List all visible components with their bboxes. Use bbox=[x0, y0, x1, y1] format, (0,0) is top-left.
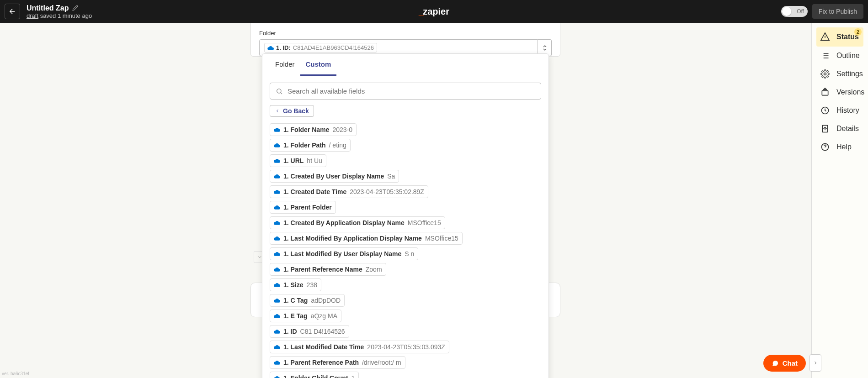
field-value: 2023-04-23T05:35:03.093Z bbox=[367, 343, 445, 351]
field-value: Zoom bbox=[366, 266, 382, 273]
onedrive-icon bbox=[274, 376, 280, 378]
onedrive-icon bbox=[274, 252, 280, 256]
version-label: ver. ba6c31ef bbox=[2, 371, 29, 376]
onedrive-icon bbox=[274, 283, 280, 287]
field-item[interactable]: 1. ID C81 D4!164526 bbox=[270, 325, 349, 338]
field-item[interactable]: 1. Folder Child Count 1 bbox=[270, 372, 359, 378]
up-down-icon bbox=[542, 44, 548, 52]
zap-title[interactable]: Untitled Zap bbox=[27, 4, 69, 12]
onedrive-icon bbox=[274, 298, 280, 303]
field-item[interactable]: 1. C Tag adDpDOD bbox=[270, 294, 345, 307]
rail-history[interactable]: History bbox=[816, 101, 863, 120]
field-item[interactable]: 1. Created By User Display Name Sa bbox=[270, 170, 399, 183]
field-name: 1. URL bbox=[283, 157, 304, 164]
go-back-button[interactable]: Go Back bbox=[270, 105, 314, 117]
field-item[interactable]: 1. Folder Path / eting bbox=[270, 139, 351, 152]
back-button[interactable] bbox=[5, 4, 20, 19]
rail-help[interactable]: Help bbox=[816, 138, 863, 156]
chevron-right-icon bbox=[813, 360, 818, 366]
field-value: / eting bbox=[329, 142, 346, 149]
field-value: C81 D4!164526 bbox=[300, 328, 345, 335]
rail-details[interactable]: Details bbox=[816, 120, 863, 138]
field-item[interactable]: 1. Parent Reference Path /drive/root:/ m bbox=[270, 356, 405, 369]
field-name: 1. Last Modified Date Time bbox=[283, 343, 364, 351]
field-value: /drive/root:/ m bbox=[362, 359, 401, 366]
field-name: 1. Last Modified By User Display Name bbox=[283, 250, 401, 257]
onedrive-icon bbox=[274, 127, 280, 132]
warning-icon bbox=[820, 32, 830, 42]
field-name: 1. Created Date Time bbox=[283, 188, 346, 195]
field-item[interactable]: 1. Created Date Time 2023-04-23T05:35:02… bbox=[270, 185, 428, 198]
field-name: 1. Created By Application Display Name bbox=[283, 219, 405, 226]
chat-expand-button[interactable] bbox=[809, 354, 821, 372]
onedrive-icon bbox=[274, 329, 280, 334]
chevron-left-icon bbox=[275, 108, 280, 114]
chat-button[interactable]: Chat bbox=[763, 355, 806, 372]
rail-settings[interactable]: Settings bbox=[816, 65, 863, 83]
field-value: 1 bbox=[351, 374, 355, 378]
editor-panel: Folder 1. ID: C81AD4E1AB963CD4!164526 bbox=[250, 23, 560, 57]
arrow-left-icon bbox=[8, 7, 16, 16]
field-item[interactable]: 1. E Tag aQzg MA bbox=[270, 310, 341, 322]
field-name: 1. Created By User Display Name bbox=[283, 173, 384, 180]
rail-outline[interactable]: Outline bbox=[816, 47, 863, 65]
field-item[interactable]: 1. Last Modified By Application Display … bbox=[270, 232, 463, 245]
clock-icon bbox=[820, 106, 830, 115]
onedrive-icon bbox=[274, 205, 280, 210]
onedrive-icon bbox=[274, 360, 280, 365]
list-icon bbox=[820, 51, 830, 60]
field-name: 1. Parent Reference Name bbox=[283, 266, 362, 273]
field-item[interactable]: 1. Parent Folder bbox=[270, 201, 336, 214]
svg-point-0 bbox=[277, 89, 281, 93]
dropdown-tabs: Folder Custom bbox=[262, 54, 548, 76]
saved-status: saved 1 minute ago bbox=[40, 12, 92, 19]
fix-to-publish-button[interactable]: Fix to Publish bbox=[812, 4, 863, 19]
search-fields-input[interactable] bbox=[270, 83, 541, 100]
field-item[interactable]: 1. Parent Reference Name Zoom bbox=[270, 263, 386, 276]
onedrive-icon bbox=[274, 267, 280, 272]
field-name: 1. ID bbox=[283, 328, 297, 335]
field-name: 1. Parent Reference Path bbox=[283, 359, 359, 366]
field-value: adDpDOD bbox=[311, 297, 341, 304]
field-item[interactable]: 1. URL ht Uu bbox=[270, 154, 326, 167]
versions-icon bbox=[820, 88, 830, 97]
help-icon bbox=[820, 142, 830, 152]
toggle-knob bbox=[782, 7, 791, 16]
field-value: aQzg MA bbox=[311, 312, 337, 320]
folder-field-label: Folder bbox=[259, 30, 552, 37]
field-value: Sa bbox=[387, 173, 395, 180]
onedrive-icon bbox=[274, 189, 280, 194]
draft-link[interactable]: draft bbox=[27, 12, 38, 19]
field-value: 2023-0 bbox=[332, 126, 352, 133]
publish-toggle[interactable]: Off bbox=[781, 6, 808, 17]
svg-rect-2 bbox=[822, 91, 828, 95]
toggle-label: Off bbox=[797, 8, 804, 15]
field-item[interactable]: 1. Size 238 bbox=[270, 278, 321, 291]
field-dropdown: Folder Custom Go Back 1. Folder Name 202… bbox=[262, 53, 549, 378]
field-item[interactable]: 1. Last Modified By User Display Name S … bbox=[270, 247, 418, 260]
field-name: 1. Last Modified By Application Display … bbox=[283, 235, 422, 242]
field-item[interactable]: 1. Last Modified Date Time 2023-04-23T05… bbox=[270, 341, 449, 353]
field-value: MSOffice15 bbox=[408, 219, 441, 226]
onedrive-icon bbox=[274, 345, 280, 349]
rail-status[interactable]: Status 2 bbox=[816, 27, 863, 47]
field-name: 1. Size bbox=[283, 281, 304, 289]
field-value: 2023-04-23T05:35:02.89Z bbox=[350, 188, 424, 195]
svg-point-1 bbox=[824, 73, 826, 75]
onedrive-icon bbox=[274, 220, 280, 225]
status-badge: 2 bbox=[854, 28, 862, 36]
search-icon bbox=[276, 88, 283, 95]
field-item[interactable]: 1. Folder Name 2023-0 bbox=[270, 123, 357, 136]
edit-icon[interactable] bbox=[72, 5, 78, 11]
folder-token[interactable]: 1. ID: C81AD4E1AB963CD4!164526 bbox=[264, 43, 377, 52]
details-icon bbox=[820, 124, 830, 133]
field-name: 1. Parent Folder bbox=[283, 204, 332, 211]
right-rail: Status 2 Outline Settings Versions Histo… bbox=[811, 23, 868, 378]
tab-custom[interactable]: Custom bbox=[300, 54, 337, 76]
tab-folder[interactable]: Folder bbox=[270, 54, 300, 76]
field-item[interactable]: 1. Created By Application Display Name M… bbox=[270, 216, 445, 229]
field-value: S n bbox=[405, 250, 414, 257]
search-fields-text[interactable] bbox=[288, 87, 535, 95]
rail-versions[interactable]: Versions bbox=[816, 83, 863, 101]
field-name: 1. C Tag bbox=[283, 297, 308, 304]
